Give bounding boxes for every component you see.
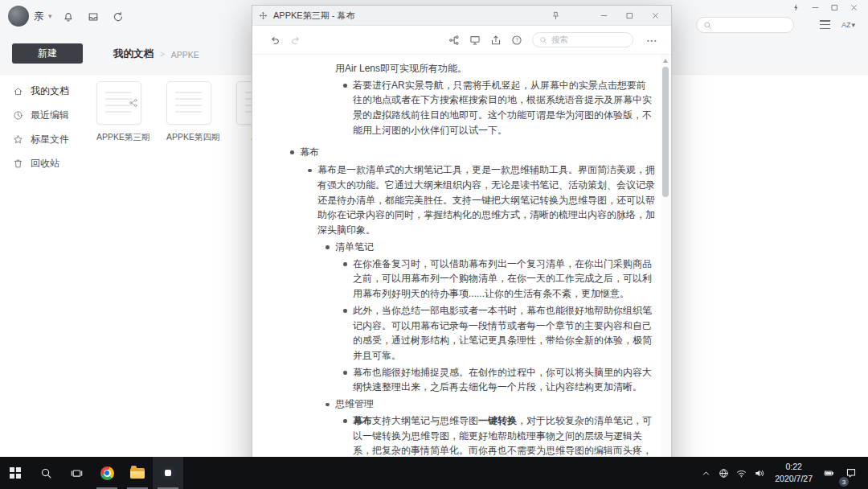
taskbar-clock[interactable]: 0:22 2020/7/27 [768,461,820,484]
taskbar-explorer-button[interactable] [122,457,153,489]
mubu-document-window: APPKE第三期 - 幕布 ? 搜索 ⋯ 用Air Lens即可实现所有功能。若… [252,5,672,475]
notification-icon [845,467,857,479]
task-view-button[interactable] [61,457,92,489]
start-button[interactable] [0,457,31,489]
search-icon [40,467,52,479]
wifi-icon[interactable] [732,468,750,479]
breadcrumb: 我的文档 > APPKE [113,47,199,61]
mindmap-button[interactable] [448,35,460,46]
outline-item[interactable]: 幕布也能很好地捕捉灵感。在创作的过程中，你可以将头脑里的内容大纲快速整理出来，之… [341,365,655,395]
svg-text:?: ? [515,37,518,43]
home-icon [13,86,23,97]
outline-item[interactable]: 幕布是一款清单式的大纲笔记工具，更是一款思维辅助工具。界面简洁美观，拥有强大的功… [305,162,655,238]
flash-icon[interactable] [792,3,800,12]
sidebar-item-label: 标星文件 [31,133,69,146]
chevron-up-icon[interactable] [697,468,714,479]
sidebar-item-trash[interactable]: 回收站 [13,157,69,171]
scrollbar[interactable] [661,55,670,473]
export-button[interactable] [490,35,502,46]
home-search-input[interactable] [696,17,794,33]
system-tray: 0:22 2020/7/27 3 [697,457,868,489]
document-content[interactable]: 用Air Lens即可实现所有功能。若要进行AR实景导航，只需将手机竖起，从屏幕… [252,55,660,473]
folder-icon [130,468,145,479]
outline-item[interactable]: 用Air Lens即可实现所有功能。 [323,61,655,76]
taskbar-mubu-button[interactable] [153,457,183,489]
view-controls: AZ▾ [820,20,855,29]
search-icon [539,36,547,44]
bell-icon[interactable] [63,11,74,23]
outline-item[interactable]: 清单笔记 [323,240,655,255]
notification-badge: 3 [839,477,849,487]
document-toolbar: ? 搜索 ⋯ [252,26,671,55]
maximize-button[interactable] [830,3,839,12]
sidebar-item-label: 最近编辑 [31,109,69,122]
sidebar-item-recent[interactable]: 最近编辑 [13,109,69,122]
outline-item[interactable]: 若要进行AR实景导航，只需将手机竖起，从屏幕中的实景点击想要前往的地点或者在下方… [341,78,655,138]
window-title: APPKE第三期 - 幕布 [273,10,354,22]
document-search-input[interactable]: 搜索 [532,32,633,47]
close-button[interactable] [850,3,858,12]
taskbar-search-button[interactable] [31,457,61,489]
pin-button[interactable] [544,11,567,20]
windows-logo-icon [10,467,21,479]
minimize-button[interactable] [811,3,820,12]
taskbar: 0:22 2020/7/27 3 [0,457,868,489]
list-view-icon[interactable] [820,20,830,29]
outline-item[interactable]: 幕布 [288,145,655,160]
sidebar-item-label: 回收站 [31,157,59,171]
task-view-icon [71,467,83,479]
move-icon[interactable] [259,11,268,20]
chrome-icon [100,466,114,480]
scroll-up-icon[interactable] [663,59,668,63]
document-title: APPKE第四期 [166,132,213,143]
sidebar-item-my-docs[interactable]: 我的文档 [13,84,69,98]
minimize-button[interactable] [591,6,616,25]
outline-item[interactable]: 思维管理 [323,397,655,412]
breadcrumb-current: APPKE [171,50,199,60]
user-menu[interactable]: 亲 ▾ [8,6,52,27]
language-icon[interactable] [714,468,732,479]
battery-icon[interactable] [820,468,837,479]
avatar[interactable] [8,6,29,27]
sidebar-item-label: 我的文档 [31,84,69,98]
presentation-button[interactable] [469,35,481,46]
window-titlebar[interactable]: APPKE第三期 - 幕布 [252,6,671,26]
inbox-icon[interactable] [88,11,99,23]
search-icon [703,21,712,30]
more-menu-button[interactable]: ⋯ [646,35,658,46]
document-card[interactable]: APPKE第三期 [96,81,143,143]
close-button[interactable] [642,6,668,25]
home-window-controls [792,3,858,12]
document-thumbnail [166,81,211,125]
mubu-app-icon [161,466,176,481]
home-sidebar: 我的文档最近编辑标星文件回收站 [13,84,69,171]
taskbar-chrome-button[interactable] [92,457,122,489]
breadcrumb-root[interactable]: 我的文档 [113,47,154,61]
refresh-icon[interactable] [113,11,124,23]
document-thumbnail [96,81,141,125]
clock-icon [13,110,23,121]
maximize-button[interactable] [616,6,642,25]
scrollbar-thumb[interactable] [662,67,669,197]
redo-button[interactable] [290,35,301,46]
undo-button[interactable] [269,35,280,46]
user-name: 亲 [34,10,43,23]
document-card[interactable]: APPKE第四期 [166,81,213,143]
sidebar-item-starred[interactable]: 标星文件 [13,133,69,146]
clock-date: 2020/7/27 [775,473,813,485]
outline-item[interactable]: 在你准备复习时，可以借助幕布列出一个复习清单，在你出门采购商品之前，可以用幕布列… [341,257,655,302]
share-icon [129,98,138,108]
notification-center-button[interactable]: 3 [837,457,865,489]
star-icon [13,134,23,145]
clock-time: 0:22 [775,461,813,473]
sort-az-icon[interactable]: AZ▾ [841,21,855,29]
outline-item[interactable]: 此外，当你总结一部电影或者一本书时，幕布也能很好地帮助你组织笔记内容。可以用幕布… [341,303,655,364]
document-title: APPKE第三期 [96,132,143,143]
help-button[interactable]: ? [511,35,522,46]
breadcrumb-separator: > [160,50,165,59]
new-document-button[interactable]: 新建 [12,43,83,64]
volume-icon[interactable] [750,468,768,479]
home-topbar-icons [63,11,124,23]
search-placeholder: 搜索 [551,35,568,46]
trash-icon [13,158,23,169]
